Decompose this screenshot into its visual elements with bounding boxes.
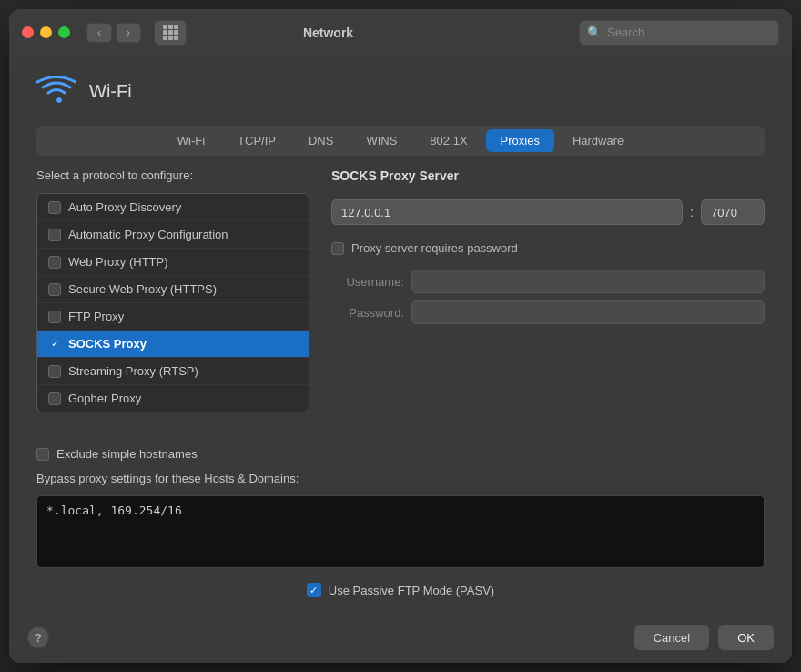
protocol-label-gopher-proxy: Gopher Proxy (68, 392, 141, 405)
protocol-item-auto-proxy-discovery[interactable]: Auto Proxy Discovery (37, 194, 309, 221)
passive-ftp-checkbox[interactable]: ✓ (307, 583, 321, 597)
protocol-label-web-proxy-http: Web Proxy (HTTP) (68, 255, 168, 269)
passive-ftp-label: Use Passive FTP Mode (PASV) (329, 584, 494, 597)
tab-8021x[interactable]: 802.1X (415, 129, 482, 152)
wifi-title: Wi-Fi (89, 81, 132, 102)
colon-separator: : (690, 205, 694, 219)
password-checkbox[interactable] (331, 242, 344, 255)
tab-proxies[interactable]: Proxies (486, 129, 554, 152)
protocol-item-gopher-proxy[interactable]: Gopher Proxy (37, 385, 309, 412)
exclude-checkbox[interactable] (36, 448, 49, 461)
username-row: Username: (331, 270, 765, 293)
protocol-item-secure-web-proxy-https[interactable]: Secure Web Proxy (HTTPS) (37, 276, 309, 303)
wifi-header: Wi-Fi (36, 75, 765, 113)
wifi-icon (36, 75, 76, 107)
tab-hardware[interactable]: Hardware (558, 129, 638, 152)
protocol-list: Auto Proxy Discovery Automatic Proxy Con… (36, 193, 309, 412)
window-title: Network (86, 25, 570, 40)
passive-ftp-checkmark: ✓ (309, 585, 318, 596)
checkmark-icon: ✓ (51, 338, 59, 350)
protocol-label-automatic-proxy-configuration: Automatic Proxy Configuration (68, 228, 228, 241)
ok-button[interactable]: OK (718, 625, 774, 650)
checkbox-web-proxy-http[interactable] (48, 256, 61, 269)
right-panel: SOCKS Proxy Server : Proxy server requir… (331, 168, 765, 429)
password-input[interactable] (411, 300, 765, 324)
close-button[interactable] (22, 26, 34, 38)
protocol-label-streaming-proxy-rtsp: Streaming Proxy (RTSP) (68, 364, 198, 378)
protocol-section-label: Select a protocol to configure: (36, 168, 309, 182)
checkbox-gopher-proxy[interactable] (48, 392, 61, 405)
protocol-label-socks-proxy: SOCKS Proxy (68, 337, 147, 351)
tab-wins[interactable]: WINS (351, 129, 411, 152)
checkbox-socks-proxy[interactable]: ✓ (48, 338, 61, 351)
tab-wifi[interactable]: Wi-Fi (163, 129, 219, 152)
content-area: Wi-Fi Wi-Fi TCP/IP DNS WINS 802.1X Proxi… (9, 56, 792, 616)
exclude-label: Exclude simple hostnames (56, 447, 198, 461)
protocol-item-web-proxy-http[interactable]: Web Proxy (HTTP) (37, 249, 309, 276)
tab-tcpip[interactable]: TCP/IP (223, 129, 290, 152)
password-row: Proxy server requires password (331, 241, 765, 255)
credentials-section: Username: Password: (331, 270, 765, 324)
server-row: : (331, 199, 765, 225)
left-panel: Select a protocol to configure: Auto Pro… (36, 168, 309, 429)
footer-buttons: Cancel OK (634, 625, 774, 650)
search-box[interactable]: 🔍 Search (579, 20, 779, 46)
wifi-icon-wrap (36, 75, 76, 107)
search-placeholder: Search (607, 25, 644, 39)
username-input[interactable] (411, 270, 765, 293)
server-port-input[interactable] (701, 199, 765, 225)
password-checkbox-label: Proxy server requires password (351, 241, 518, 255)
minimize-button[interactable] (40, 26, 52, 38)
main-panel: Select a protocol to configure: Auto Pro… (36, 168, 765, 429)
password-label-cred: Password: (331, 306, 404, 320)
protocol-item-streaming-proxy-rtsp[interactable]: Streaming Proxy (RTSP) (37, 358, 309, 385)
cancel-button[interactable]: Cancel (634, 625, 709, 650)
checkbox-automatic-proxy-configuration[interactable] (48, 229, 61, 241)
username-label: Username: (331, 275, 404, 289)
checkbox-streaming-proxy-rtsp[interactable] (48, 365, 61, 378)
protocol-label-secure-web-proxy-https: Secure Web Proxy (HTTPS) (68, 282, 217, 296)
main-window: ‹ › Network 🔍 Search (9, 9, 792, 663)
protocol-label-auto-proxy-discovery: Auto Proxy Discovery (68, 200, 181, 214)
traffic-lights (22, 26, 70, 38)
bypass-textarea[interactable]: *.local, 169.254/16 (36, 495, 765, 568)
titlebar: ‹ › Network 🔍 Search (9, 9, 792, 56)
server-address-input[interactable] (331, 199, 683, 225)
proxy-server-title: SOCKS Proxy Server (331, 168, 765, 183)
search-icon: 🔍 (587, 25, 602, 39)
passive-ftp-row: ✓ Use Passive FTP Mode (PASV) (36, 583, 765, 597)
tabs-row: Wi-Fi TCP/IP DNS WINS 802.1X Proxies Har… (36, 126, 765, 156)
protocol-label-ftp-proxy: FTP Proxy (68, 310, 124, 323)
footer: ? Cancel OK (9, 616, 792, 663)
bypass-label: Bypass proxy settings for these Hosts & … (36, 470, 765, 486)
maximize-button[interactable] (58, 26, 70, 38)
help-button[interactable]: ? (27, 626, 49, 648)
protocol-item-ftp-proxy[interactable]: FTP Proxy (37, 303, 309, 331)
checkbox-auto-proxy-discovery[interactable] (48, 201, 61, 214)
protocol-item-automatic-proxy-configuration[interactable]: Automatic Proxy Configuration (37, 221, 309, 249)
exclude-row: Exclude simple hostnames (36, 447, 765, 461)
checkbox-secure-web-proxy-https[interactable] (48, 283, 61, 296)
bottom-area: Exclude simple hostnames Bypass proxy se… (36, 442, 765, 597)
protocol-item-socks-proxy[interactable]: ✓ SOCKS Proxy (37, 331, 309, 358)
checkbox-ftp-proxy[interactable] (48, 311, 61, 323)
password-row-cred: Password: (331, 300, 765, 324)
tab-dns[interactable]: DNS (294, 129, 348, 152)
